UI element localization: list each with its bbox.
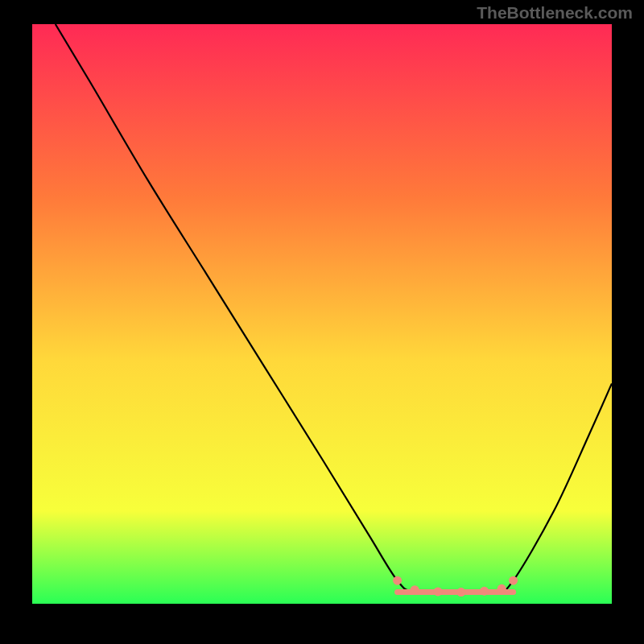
marker-dot <box>456 588 465 597</box>
bottleneck-chart <box>32 24 612 604</box>
chart-svg <box>32 24 612 604</box>
marker-dot <box>509 576 518 585</box>
attribution-text: TheBottleneck.com <box>477 3 633 23</box>
marker-dot <box>434 587 443 596</box>
marker-dot <box>411 585 419 594</box>
marker-dot <box>497 584 506 593</box>
marker-dot <box>393 576 402 585</box>
marker-dot <box>480 587 489 596</box>
gradient-background <box>32 24 612 604</box>
